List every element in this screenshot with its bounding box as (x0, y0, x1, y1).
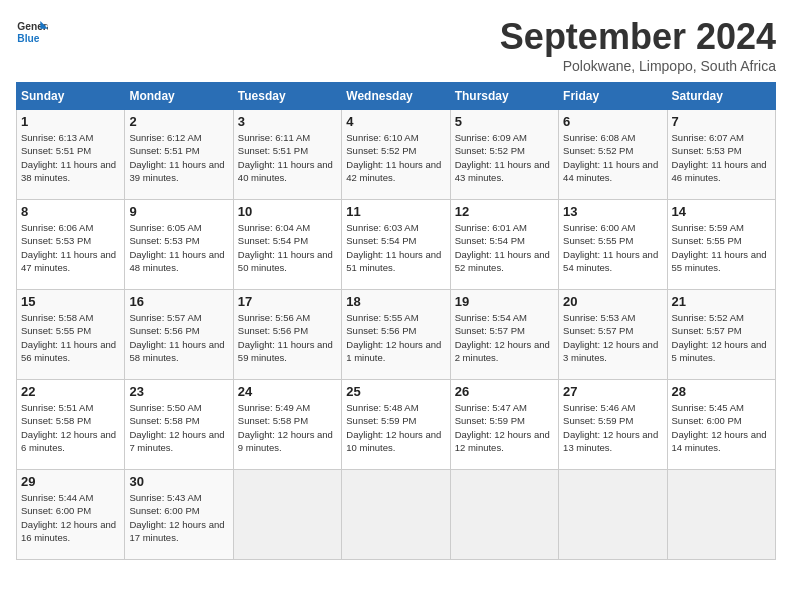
day-detail: Sunrise: 6:07 AMSunset: 5:53 PMDaylight:… (672, 132, 767, 183)
calendar-table: SundayMondayTuesdayWednesdayThursdayFrid… (16, 82, 776, 560)
day-detail: Sunrise: 5:49 AMSunset: 5:58 PMDaylight:… (238, 402, 333, 453)
calendar-week-row: 15 Sunrise: 5:58 AMSunset: 5:55 PMDaylig… (17, 290, 776, 380)
calendar-day-cell (342, 470, 450, 560)
weekday-header-cell: Friday (559, 83, 667, 110)
calendar-day-cell: 29 Sunrise: 5:44 AMSunset: 6:00 PMDaylig… (17, 470, 125, 560)
weekday-header-row: SundayMondayTuesdayWednesdayThursdayFrid… (17, 83, 776, 110)
calendar-week-row: 1 Sunrise: 6:13 AMSunset: 5:51 PMDayligh… (17, 110, 776, 200)
day-detail: Sunrise: 5:43 AMSunset: 6:00 PMDaylight:… (129, 492, 224, 543)
calendar-day-cell: 26 Sunrise: 5:47 AMSunset: 5:59 PMDaylig… (450, 380, 558, 470)
day-detail: Sunrise: 5:58 AMSunset: 5:55 PMDaylight:… (21, 312, 116, 363)
day-detail: Sunrise: 5:45 AMSunset: 6:00 PMDaylight:… (672, 402, 767, 453)
calendar-week-row: 8 Sunrise: 6:06 AMSunset: 5:53 PMDayligh… (17, 200, 776, 290)
day-number: 20 (563, 294, 662, 309)
day-number: 8 (21, 204, 120, 219)
calendar-day-cell: 8 Sunrise: 6:06 AMSunset: 5:53 PMDayligh… (17, 200, 125, 290)
day-detail: Sunrise: 5:57 AMSunset: 5:56 PMDaylight:… (129, 312, 224, 363)
calendar-day-cell: 1 Sunrise: 6:13 AMSunset: 5:51 PMDayligh… (17, 110, 125, 200)
logo-icon: General Blue (16, 16, 48, 48)
calendar-day-cell: 23 Sunrise: 5:50 AMSunset: 5:58 PMDaylig… (125, 380, 233, 470)
day-number: 2 (129, 114, 228, 129)
day-number: 11 (346, 204, 445, 219)
day-detail: Sunrise: 6:04 AMSunset: 5:54 PMDaylight:… (238, 222, 333, 273)
calendar-day-cell: 19 Sunrise: 5:54 AMSunset: 5:57 PMDaylig… (450, 290, 558, 380)
title-block: September 2024 Polokwane, Limpopo, South… (500, 16, 776, 74)
day-number: 9 (129, 204, 228, 219)
day-detail: Sunrise: 5:50 AMSunset: 5:58 PMDaylight:… (129, 402, 224, 453)
logo: General Blue (16, 16, 48, 48)
day-number: 5 (455, 114, 554, 129)
day-number: 14 (672, 204, 771, 219)
day-number: 18 (346, 294, 445, 309)
calendar-day-cell (233, 470, 341, 560)
calendar-body: 1 Sunrise: 6:13 AMSunset: 5:51 PMDayligh… (17, 110, 776, 560)
calendar-day-cell: 16 Sunrise: 5:57 AMSunset: 5:56 PMDaylig… (125, 290, 233, 380)
day-number: 23 (129, 384, 228, 399)
weekday-header-cell: Wednesday (342, 83, 450, 110)
calendar-day-cell (667, 470, 775, 560)
calendar-week-row: 22 Sunrise: 5:51 AMSunset: 5:58 PMDaylig… (17, 380, 776, 470)
day-detail: Sunrise: 6:08 AMSunset: 5:52 PMDaylight:… (563, 132, 658, 183)
day-detail: Sunrise: 6:10 AMSunset: 5:52 PMDaylight:… (346, 132, 441, 183)
day-number: 16 (129, 294, 228, 309)
calendar-day-cell: 17 Sunrise: 5:56 AMSunset: 5:56 PMDaylig… (233, 290, 341, 380)
day-detail: Sunrise: 5:51 AMSunset: 5:58 PMDaylight:… (21, 402, 116, 453)
calendar-day-cell: 28 Sunrise: 5:45 AMSunset: 6:00 PMDaylig… (667, 380, 775, 470)
day-detail: Sunrise: 5:55 AMSunset: 5:56 PMDaylight:… (346, 312, 441, 363)
weekday-header-cell: Tuesday (233, 83, 341, 110)
day-number: 4 (346, 114, 445, 129)
day-number: 7 (672, 114, 771, 129)
day-number: 30 (129, 474, 228, 489)
calendar-day-cell: 22 Sunrise: 5:51 AMSunset: 5:58 PMDaylig… (17, 380, 125, 470)
day-number: 24 (238, 384, 337, 399)
day-detail: Sunrise: 5:59 AMSunset: 5:55 PMDaylight:… (672, 222, 767, 273)
day-number: 6 (563, 114, 662, 129)
calendar-day-cell: 15 Sunrise: 5:58 AMSunset: 5:55 PMDaylig… (17, 290, 125, 380)
svg-text:Blue: Blue (17, 33, 39, 44)
day-number: 27 (563, 384, 662, 399)
day-detail: Sunrise: 6:03 AMSunset: 5:54 PMDaylight:… (346, 222, 441, 273)
calendar-day-cell: 5 Sunrise: 6:09 AMSunset: 5:52 PMDayligh… (450, 110, 558, 200)
day-detail: Sunrise: 6:13 AMSunset: 5:51 PMDaylight:… (21, 132, 116, 183)
day-number: 22 (21, 384, 120, 399)
weekday-header-cell: Thursday (450, 83, 558, 110)
calendar-day-cell: 3 Sunrise: 6:11 AMSunset: 5:51 PMDayligh… (233, 110, 341, 200)
day-detail: Sunrise: 6:11 AMSunset: 5:51 PMDaylight:… (238, 132, 333, 183)
day-number: 21 (672, 294, 771, 309)
calendar-day-cell: 9 Sunrise: 6:05 AMSunset: 5:53 PMDayligh… (125, 200, 233, 290)
day-number: 26 (455, 384, 554, 399)
day-number: 28 (672, 384, 771, 399)
day-number: 3 (238, 114, 337, 129)
calendar-title: September 2024 (500, 16, 776, 58)
day-number: 25 (346, 384, 445, 399)
calendar-day-cell: 14 Sunrise: 5:59 AMSunset: 5:55 PMDaylig… (667, 200, 775, 290)
calendar-day-cell: 12 Sunrise: 6:01 AMSunset: 5:54 PMDaylig… (450, 200, 558, 290)
day-detail: Sunrise: 6:01 AMSunset: 5:54 PMDaylight:… (455, 222, 550, 273)
calendar-day-cell: 24 Sunrise: 5:49 AMSunset: 5:58 PMDaylig… (233, 380, 341, 470)
calendar-day-cell: 30 Sunrise: 5:43 AMSunset: 6:00 PMDaylig… (125, 470, 233, 560)
calendar-day-cell: 10 Sunrise: 6:04 AMSunset: 5:54 PMDaylig… (233, 200, 341, 290)
calendar-day-cell: 4 Sunrise: 6:10 AMSunset: 5:52 PMDayligh… (342, 110, 450, 200)
day-detail: Sunrise: 6:00 AMSunset: 5:55 PMDaylight:… (563, 222, 658, 273)
calendar-week-row: 29 Sunrise: 5:44 AMSunset: 6:00 PMDaylig… (17, 470, 776, 560)
calendar-day-cell: 2 Sunrise: 6:12 AMSunset: 5:51 PMDayligh… (125, 110, 233, 200)
calendar-day-cell: 21 Sunrise: 5:52 AMSunset: 5:57 PMDaylig… (667, 290, 775, 380)
calendar-day-cell (559, 470, 667, 560)
day-number: 1 (21, 114, 120, 129)
day-number: 29 (21, 474, 120, 489)
calendar-day-cell: 18 Sunrise: 5:55 AMSunset: 5:56 PMDaylig… (342, 290, 450, 380)
calendar-day-cell: 13 Sunrise: 6:00 AMSunset: 5:55 PMDaylig… (559, 200, 667, 290)
day-detail: Sunrise: 5:53 AMSunset: 5:57 PMDaylight:… (563, 312, 658, 363)
calendar-day-cell: 25 Sunrise: 5:48 AMSunset: 5:59 PMDaylig… (342, 380, 450, 470)
day-number: 10 (238, 204, 337, 219)
calendar-day-cell: 6 Sunrise: 6:08 AMSunset: 5:52 PMDayligh… (559, 110, 667, 200)
day-detail: Sunrise: 5:44 AMSunset: 6:00 PMDaylight:… (21, 492, 116, 543)
day-detail: Sunrise: 5:47 AMSunset: 5:59 PMDaylight:… (455, 402, 550, 453)
calendar-day-cell: 27 Sunrise: 5:46 AMSunset: 5:59 PMDaylig… (559, 380, 667, 470)
weekday-header-cell: Sunday (17, 83, 125, 110)
calendar-day-cell: 11 Sunrise: 6:03 AMSunset: 5:54 PMDaylig… (342, 200, 450, 290)
day-detail: Sunrise: 5:52 AMSunset: 5:57 PMDaylight:… (672, 312, 767, 363)
page-header: General Blue September 2024 Polokwane, L… (16, 16, 776, 74)
weekday-header-cell: Monday (125, 83, 233, 110)
day-detail: Sunrise: 5:56 AMSunset: 5:56 PMDaylight:… (238, 312, 333, 363)
